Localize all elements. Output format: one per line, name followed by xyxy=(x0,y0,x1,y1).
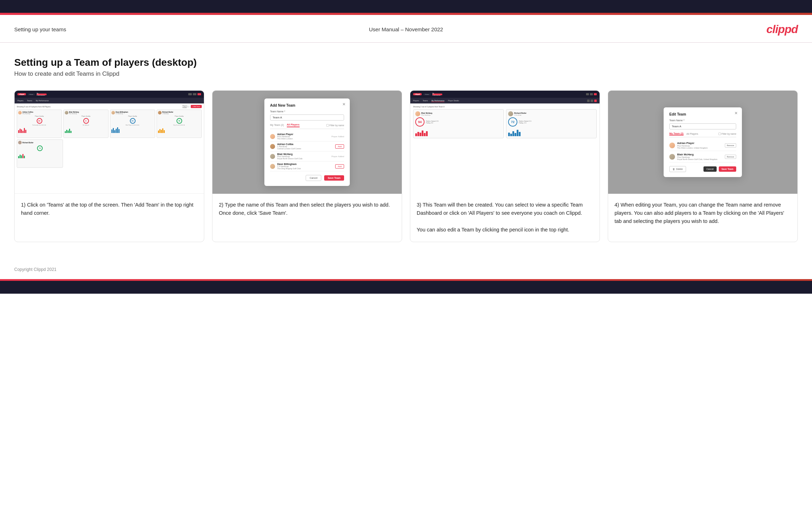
bar xyxy=(512,131,514,136)
ss1-player-2-score: 0 xyxy=(83,118,89,124)
edit-modal-tab-myteam[interactable]: My Team (2) xyxy=(669,132,684,135)
ss1-header-actions: Players Details + Add Team xyxy=(183,105,202,108)
ss1-player-4-header: Richard Butler 1 Handicap xyxy=(158,111,200,114)
ss1-filter-btn: Players Details xyxy=(183,106,190,108)
screenshot-2-bg: Add New Team ✕ Team Name * My Team (2) A… xyxy=(212,91,402,194)
edit-modal-tab-allplayers[interactable]: All Players xyxy=(686,133,698,135)
filter-checkbox-group: Filter by name xyxy=(326,124,344,127)
modal-player-2-club: Central London Golf Centre xyxy=(277,148,333,150)
bar xyxy=(20,129,21,133)
filter-checkbox[interactable] xyxy=(326,124,329,127)
ss1-subnav: Players Teams My Performance xyxy=(15,98,204,103)
modal-add-player-list: Adrian Player Plus Handicap The Shire Lo… xyxy=(270,132,344,171)
modal-add-tabs: My Team (2) All Players Filter by name xyxy=(270,123,344,129)
bar xyxy=(66,130,67,133)
modal-add-close-icon[interactable]: ✕ xyxy=(342,102,346,107)
modal-add-cancel-button[interactable]: Cancel xyxy=(306,175,321,181)
ss1-player-2-quality: Player Quality xyxy=(65,115,107,117)
modal-add-save-button[interactable]: Save Team xyxy=(324,175,344,181)
edit-player-1-remove-button[interactable]: Remove xyxy=(725,143,736,148)
edit-modal-name-input[interactable] xyxy=(669,123,736,129)
bar xyxy=(24,156,25,158)
ss1-player-3-sub: 1.5 Handicap xyxy=(116,113,128,114)
ss1-player-1-label: Technically Good ★★★ xyxy=(18,124,60,126)
edit-modal-cancel-button[interactable]: Cancel xyxy=(703,166,716,172)
edit-modal-save-button[interactable]: Save Team xyxy=(719,166,736,172)
ss3-subnav-icons xyxy=(587,100,597,102)
bar xyxy=(69,129,70,133)
ss3-player-2-name: Richard Butler xyxy=(514,112,526,114)
ss1-action-buttons xyxy=(188,93,201,95)
ss3-player-1-handicap: Plus Handicap xyxy=(421,114,432,116)
edit-delete-label: Delete xyxy=(676,168,683,170)
card-4: Edit Team ✕ Team Name * My Team (2) All … xyxy=(608,90,798,242)
edit-modal-tabs: My Team (2) All Players Filter by name xyxy=(669,132,736,137)
card-2: Add New Team ✕ Team Name * My Team (2) A… xyxy=(212,90,402,242)
modal-add-tab-allplayers[interactable]: All Players xyxy=(287,123,300,127)
ss3-player-2-header: Richard Butler 1 Handicap xyxy=(508,111,595,116)
bar xyxy=(116,129,117,133)
ss3-player-1-bars xyxy=(415,128,502,136)
ss3-nav-performance: My Performance xyxy=(431,100,444,102)
modal-player-2-add-button[interactable]: Add xyxy=(335,144,344,149)
ss1-player-1-header: Adrian Collins Plus Handicap xyxy=(18,111,60,114)
bar xyxy=(111,129,112,133)
bar xyxy=(159,129,160,133)
modal-player-3-club: Royal North Devon Golf Club xyxy=(277,158,329,160)
ss3-home-nav: Home xyxy=(423,94,431,95)
ss1-add-team-btn[interactable]: + Add Team xyxy=(191,105,202,108)
card-4-text-content: 4) When editing your Team, you can chang… xyxy=(615,202,784,224)
ss3-pencil-icon[interactable] xyxy=(594,100,597,102)
ss1-logo: clippd xyxy=(17,93,26,95)
ss1-player-1-bars xyxy=(18,127,60,133)
edit-player-2-remove-button[interactable]: Remove xyxy=(725,155,736,159)
ss3-topbar: clippd Home My Performance xyxy=(410,91,600,98)
card-3: clippd Home My Performance Players Teams… xyxy=(410,90,600,242)
ss1-player-2-info: Blair McHarg Plus Handicap xyxy=(69,111,79,114)
ss3-player-1-score-row: 94 Strokes Gained: 0.5 Putting: 0.2 xyxy=(415,117,502,127)
modal-player-row-4: Dave Billingham 1.5 Handicap The Ding Ma… xyxy=(270,161,344,171)
edit-team-modal: Edit Team ✕ Team Name * My Team (2) All … xyxy=(664,107,742,177)
edit-modal-delete-button[interactable]: 🗑 Delete xyxy=(669,166,686,172)
card-1: clippd Home My Performance Players Teams… xyxy=(14,90,204,242)
ss1-player-2-label: No data yet xyxy=(65,124,107,126)
screenshot-1: clippd Home My Performance Players Teams… xyxy=(15,91,204,194)
ss3-player-2-stats: Strokes Gained: 0.1 Putting: -0.1 xyxy=(519,120,531,124)
ss3-player-1-stat2: Putting: 0.2 xyxy=(426,122,438,124)
ss1-player-2-name: Blair McHarg xyxy=(69,111,79,113)
page-footer: Copyright Clippd 2021 xyxy=(0,263,812,279)
modal-player-1-status: Player Added xyxy=(331,135,344,138)
ss1-player-3-info: Dave Billingham 1.5 Handicap xyxy=(116,111,128,114)
ss1-player-4-name: Richard Butler xyxy=(162,111,173,113)
ss1-player-card-4: Richard Butler 1 Handicap Player Quality… xyxy=(157,110,202,138)
logo: clippd xyxy=(766,23,798,36)
modal-player-2-name: Adrian Coliba xyxy=(277,143,333,145)
card-1-text: 1) Click on 'Teams' at the top of the sc… xyxy=(15,194,204,242)
edit-modal-close-icon[interactable]: ✕ xyxy=(734,111,738,116)
ss3-player-1-stats: Strokes Gained: 0.5 Putting: 0.2 xyxy=(426,120,438,124)
header: Setting up your teams User Manual – Nove… xyxy=(0,15,812,43)
bar xyxy=(158,130,159,133)
modal-player-4-club: The Ding Maging Golf Club xyxy=(277,167,333,170)
bar xyxy=(68,130,69,133)
ss1-player-3-name: Dave Billingham xyxy=(116,111,128,113)
modal-player-4-add-button[interactable]: Add xyxy=(335,164,344,169)
cards-row: clippd Home My Performance Players Teams… xyxy=(14,90,798,242)
modal-add-tab-myteam[interactable]: My Team (2) xyxy=(270,124,284,127)
top-dark-bar xyxy=(0,0,812,13)
modal-add-name-label: Team Name * xyxy=(270,110,344,113)
ss1-player-1-quality: Player Quality xyxy=(18,115,60,117)
edit-modal-title: Edit Team xyxy=(669,112,736,116)
bar xyxy=(65,131,66,133)
ss1-player-card-5: Richard Butler 72 xyxy=(17,139,63,168)
ss1-player-4-label: Very Good ★★★★ xyxy=(158,124,200,126)
page-subtitle: How to create and edit Teams in Clippd xyxy=(14,70,798,78)
modal-player-3-status: Player Added xyxy=(331,155,344,158)
card-3-text: 3) This Team will then be created. You c… xyxy=(410,194,600,242)
ss3-icon3 xyxy=(594,93,597,95)
ss3-player-2-stat2: Putting: -0.1 xyxy=(519,122,531,124)
edit-filter-checkbox[interactable] xyxy=(718,133,721,135)
modal-add-name-input[interactable] xyxy=(270,114,344,121)
bar xyxy=(415,133,417,136)
edit-filter-label: Filter by name xyxy=(722,133,736,135)
